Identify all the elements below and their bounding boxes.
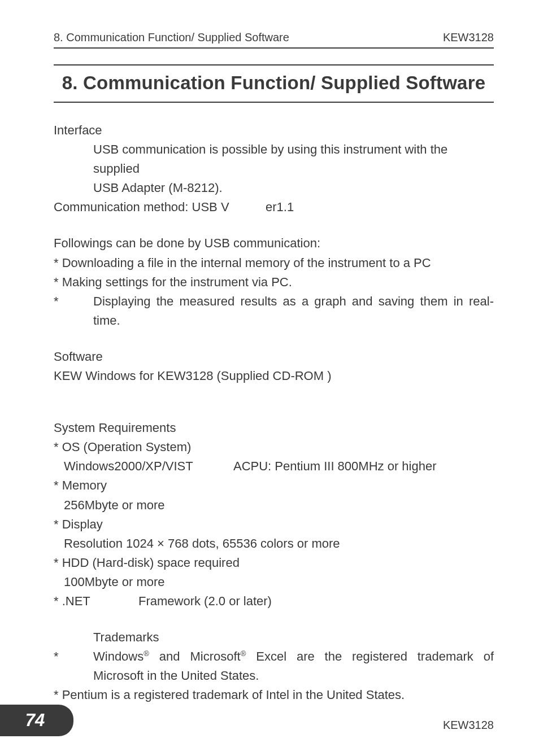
software-heading: Software	[54, 347, 494, 366]
comm-method-label: Communication method: USB V	[54, 198, 234, 217]
sysreq-os-label: * OS (Operation System)	[54, 438, 494, 457]
footer-model: KEW3128	[443, 719, 494, 736]
running-header: 8. Communication Function/ Supplied Soft…	[54, 31, 494, 49]
sysreq-mem-val: 256Mbyte or more	[54, 496, 494, 515]
page-number-badge: 74	[0, 705, 73, 736]
followings-bullet-1: * Downloading a file in the internal mem…	[54, 254, 494, 273]
sysreq-mem-label: * Memory	[54, 476, 494, 495]
sysreq-disp-val: Resolution 1024 × 768 dots, 65536 colors…	[54, 534, 494, 553]
followings-intro: Followings can be done by USB communicat…	[54, 234, 494, 253]
sysreq-os-right: ACPU: Pentium III 800MHz or higher	[233, 457, 494, 476]
body-content: Interface USB communication is possible …	[54, 121, 494, 705]
comm-method-version: er1.1	[234, 198, 494, 217]
sysreq-heading: System Requirements	[54, 418, 494, 438]
header-section: 8. Communication Function/ Supplied Soft…	[54, 31, 289, 44]
interface-line2: USB Adapter (M-8212).	[93, 178, 494, 198]
sysreq-hdd-label: * HDD (Hard-disk) space required	[54, 553, 494, 573]
trademark-line-2: * Pentium is a registered trademark of I…	[54, 685, 494, 705]
chapter-title: 8. Communication Function/ Supplied Soft…	[54, 72, 494, 94]
header-model: KEW3128	[443, 31, 494, 44]
interface-line1: USB communication is possible by using t…	[93, 140, 494, 178]
page-footer: 74 KEW3128	[54, 705, 494, 736]
trademarks-heading: Trademarks	[93, 628, 494, 647]
followings-bullet-3: * Displaying the measured results as a g…	[54, 292, 494, 330]
bullet-asterisk: *	[54, 647, 93, 685]
bullet-text: Displaying the measured results as a gra…	[93, 292, 494, 330]
sysreq-net-left: * .NET	[54, 592, 138, 611]
sysreq-os-left: Windows2000/XP/VIST	[64, 457, 233, 476]
bullet-asterisk: *	[54, 292, 93, 330]
sysreq-net-right: Framework (2.0 or later)	[138, 592, 272, 611]
sysreq-disp-label: * Display	[54, 515, 494, 534]
chapter-title-box: 8. Communication Function/ Supplied Soft…	[54, 64, 494, 103]
interface-heading: Interface	[54, 121, 494, 140]
trademark-text-1: Windows® and Microsoft® Excel are the re…	[93, 647, 494, 685]
software-line: KEW Windows for KEW3128 (Supplied CD-ROM…	[54, 366, 494, 386]
trademark-line-1: * Windows® and Microsoft® Excel are the …	[54, 647, 494, 685]
followings-bullet-2: * Making settings for the instrument via…	[54, 273, 494, 292]
sysreq-hdd-val: 100Mbyte or more	[54, 573, 494, 592]
